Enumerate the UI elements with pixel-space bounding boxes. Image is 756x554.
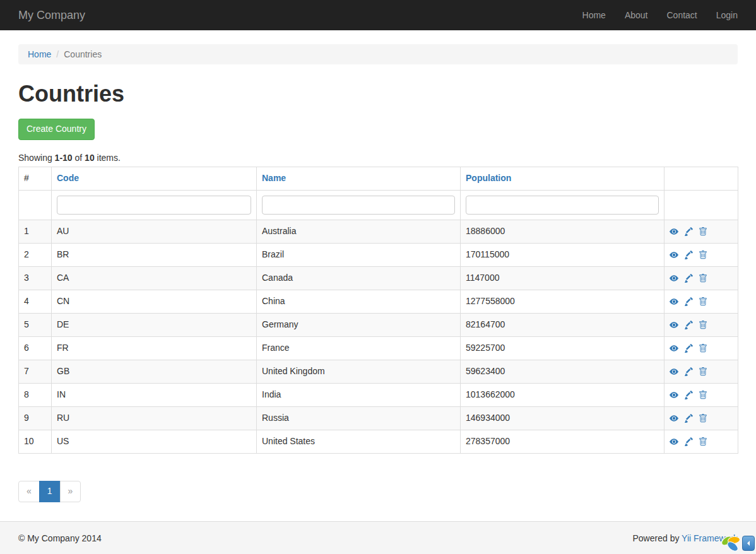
code-cell: BR bbox=[52, 243, 257, 266]
pencil-icon bbox=[684, 321, 693, 329]
delete-button[interactable] bbox=[699, 249, 707, 261]
name-cell: Brazil bbox=[257, 243, 461, 266]
corner-overlay bbox=[720, 534, 755, 553]
view-button[interactable] bbox=[670, 225, 678, 238]
collapse-chevron-badge[interactable] bbox=[742, 536, 755, 551]
update-button[interactable] bbox=[684, 412, 693, 425]
powered-by-prefix: Powered by bbox=[632, 533, 682, 543]
update-button[interactable] bbox=[684, 365, 693, 378]
navbar-links: Home About Contact Login bbox=[573, 1, 738, 29]
trash-icon bbox=[699, 274, 707, 283]
update-button[interactable] bbox=[684, 319, 693, 331]
actions-cell bbox=[664, 243, 738, 266]
nav-item-about[interactable]: About bbox=[615, 1, 658, 29]
delete-button[interactable] bbox=[699, 225, 707, 238]
code-filter-input[interactable] bbox=[57, 196, 251, 215]
row-number-cell: 6 bbox=[19, 336, 52, 360]
view-button[interactable] bbox=[670, 435, 678, 448]
population-cell: 146934000 bbox=[461, 406, 664, 430]
update-button[interactable] bbox=[684, 295, 693, 308]
table-row: 1 AU Australia 18886000 bbox=[19, 220, 738, 243]
view-button[interactable] bbox=[670, 319, 678, 331]
delete-button[interactable] bbox=[699, 295, 707, 308]
update-button[interactable] bbox=[684, 272, 693, 285]
navbar: My Company Home About Contact Login bbox=[0, 0, 756, 30]
name-filter-input[interactable] bbox=[262, 196, 455, 215]
trash-icon bbox=[699, 367, 707, 376]
delete-button[interactable] bbox=[699, 272, 707, 285]
code-cell: FR bbox=[52, 336, 257, 360]
name-cell: Russia bbox=[257, 406, 461, 430]
row-number-cell: 1 bbox=[19, 220, 52, 243]
population-filter-input[interactable] bbox=[466, 196, 659, 215]
delete-button[interactable] bbox=[699, 412, 707, 425]
nav-item-contact[interactable]: Contact bbox=[657, 1, 706, 29]
population-cell: 278357000 bbox=[461, 430, 664, 453]
content-spacer bbox=[0, 515, 756, 521]
view-button[interactable] bbox=[670, 365, 678, 378]
view-button[interactable] bbox=[670, 412, 678, 425]
eye-icon bbox=[670, 250, 678, 259]
nav-item-login[interactable]: Login bbox=[707, 1, 738, 29]
yii-logo-icon bbox=[720, 534, 741, 553]
update-button[interactable] bbox=[684, 225, 693, 238]
view-button[interactable] bbox=[670, 342, 678, 355]
pencil-icon bbox=[684, 437, 693, 446]
pagination: « 1 » bbox=[18, 481, 81, 502]
pagination-next-button[interactable]: » bbox=[60, 481, 81, 502]
filter-row bbox=[19, 190, 738, 220]
delete-button[interactable] bbox=[699, 365, 707, 378]
delete-button[interactable] bbox=[699, 319, 707, 331]
breadcrumb-separator: / bbox=[56, 49, 59, 59]
update-button[interactable] bbox=[684, 342, 693, 355]
footer: © My Company 2014 Powered by Yii Framewo… bbox=[0, 521, 756, 554]
chevron-left-icon bbox=[745, 540, 752, 546]
pencil-icon bbox=[684, 297, 693, 306]
navbar-brand[interactable]: My Company bbox=[18, 9, 85, 22]
view-button[interactable] bbox=[670, 389, 678, 401]
code-cell: US bbox=[52, 430, 257, 453]
actions-cell bbox=[664, 360, 738, 383]
trash-icon bbox=[699, 321, 707, 329]
view-button[interactable] bbox=[670, 249, 678, 261]
delete-button[interactable] bbox=[699, 342, 707, 355]
table-row: 9 RU Russia 146934000 bbox=[19, 406, 738, 430]
pencil-icon bbox=[684, 344, 693, 353]
summary-prefix: Showing bbox=[18, 153, 55, 163]
pencil-icon bbox=[684, 227, 693, 236]
delete-button[interactable] bbox=[699, 435, 707, 448]
eye-icon bbox=[670, 391, 678, 399]
code-sort-link[interactable]: Code bbox=[57, 173, 79, 183]
breadcrumb-home-link[interactable]: Home bbox=[28, 49, 51, 59]
create-country-button[interactable]: Create Country bbox=[18, 119, 95, 140]
population-sort-link[interactable]: Population bbox=[466, 173, 511, 183]
table-header-row: # Code Name Population bbox=[19, 167, 738, 190]
summary-total: 10 bbox=[85, 153, 95, 163]
row-number-cell: 3 bbox=[19, 266, 52, 290]
pagination-page-1[interactable]: 1 bbox=[39, 481, 61, 502]
actions-cell bbox=[664, 313, 738, 336]
name-cell: United States bbox=[257, 430, 461, 453]
row-number-cell: 7 bbox=[19, 360, 52, 383]
update-button[interactable] bbox=[684, 249, 693, 261]
code-cell: GB bbox=[52, 360, 257, 383]
code-cell: DE bbox=[52, 313, 257, 336]
update-button[interactable] bbox=[684, 435, 693, 448]
row-number-cell: 10 bbox=[19, 430, 52, 453]
footer-copyright: © My Company 2014 bbox=[18, 533, 102, 543]
pagination-prev-button[interactable]: « bbox=[18, 481, 40, 502]
name-cell: Canada bbox=[257, 266, 461, 290]
nav-item-home[interactable]: Home bbox=[573, 1, 615, 29]
population-cell: 59623400 bbox=[461, 360, 664, 383]
population-cell: 1147000 bbox=[461, 266, 664, 290]
row-number-cell: 9 bbox=[19, 406, 52, 430]
delete-button[interactable] bbox=[699, 389, 707, 401]
population-cell: 1277558000 bbox=[461, 290, 664, 313]
view-button[interactable] bbox=[670, 295, 678, 308]
update-button[interactable] bbox=[684, 389, 693, 401]
population-column-header: Population bbox=[461, 167, 664, 190]
name-sort-link[interactable]: Name bbox=[262, 173, 286, 183]
row-number-cell: 2 bbox=[19, 243, 52, 266]
breadcrumb-current: Countries bbox=[64, 49, 102, 59]
view-button[interactable] bbox=[670, 272, 678, 285]
